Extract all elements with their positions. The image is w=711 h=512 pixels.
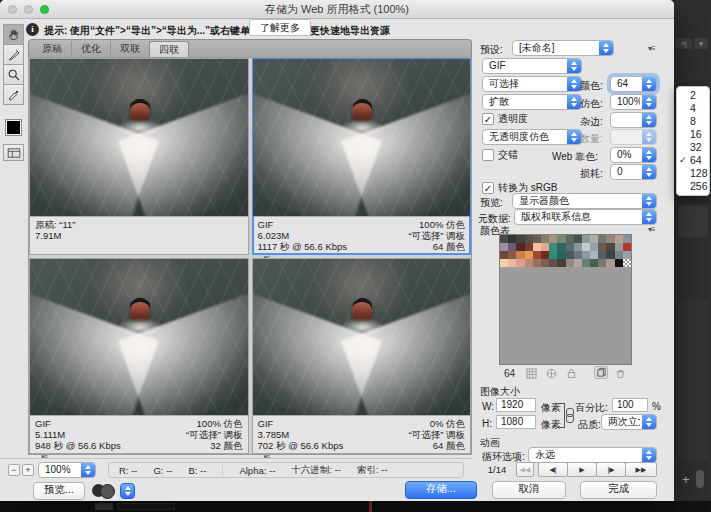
colors-option-16[interactable]: 16 <box>677 128 709 141</box>
color-swatch[interactable] <box>582 251 590 259</box>
color-swatch[interactable] <box>574 243 582 251</box>
color-swatch[interactable] <box>598 259 606 267</box>
save-button[interactable]: 存储... <box>405 481 477 499</box>
color-swatch[interactable] <box>623 251 631 259</box>
colors-option-32[interactable]: 32 <box>677 141 709 154</box>
preview-in-browser-button[interactable]: 预览... <box>33 482 85 500</box>
snap-swatch-icon[interactable] <box>524 367 538 380</box>
colors-option-64[interactable]: ✓64 <box>677 154 709 167</box>
preset-select[interactable]: [未命名] <box>512 40 614 56</box>
previous-frame-button[interactable]: ◀| <box>538 462 568 477</box>
color-swatch[interactable] <box>574 235 582 243</box>
scroll-handle[interactable] <box>696 470 704 488</box>
new-color-icon[interactable] <box>594 366 608 379</box>
eyedropper-tool-button[interactable] <box>3 84 24 105</box>
color-swatch[interactable] <box>566 235 574 243</box>
color-swatch[interactable] <box>590 235 598 243</box>
color-swatch[interactable] <box>533 251 541 259</box>
color-swatch[interactable] <box>508 243 516 251</box>
color-swatch[interactable] <box>525 251 533 259</box>
color-swatch[interactable] <box>549 251 557 259</box>
colors-select[interactable]: 64 <box>610 76 657 92</box>
play-button[interactable]: ▶ <box>567 462 597 477</box>
preview-original-pane[interactable]: 原稿: “11” 7.91M <box>29 58 249 255</box>
color-swatch[interactable] <box>557 251 565 259</box>
color-swatch[interactable] <box>557 259 565 267</box>
color-swatch[interactable] <box>590 251 598 259</box>
matte-select[interactable] <box>610 112 657 128</box>
color-swatch[interactable] <box>508 251 516 259</box>
color-swatch[interactable] <box>500 235 508 243</box>
color-swatch[interactable] <box>615 251 623 259</box>
zoom-window-button[interactable] <box>40 5 49 14</box>
color-reduction-select[interactable]: 可选择 <box>482 76 582 92</box>
preview-optimized-pane-2[interactable]: GIF 5.111M 948 秒 @ 56.6 Kbps▾≡ 100% 仿色 “… <box>29 258 249 455</box>
color-swatch[interactable] <box>574 259 582 267</box>
color-swatch[interactable] <box>598 251 606 259</box>
link-dimensions-icon[interactable] <box>566 408 573 422</box>
color-swatch[interactable] <box>606 259 614 267</box>
zoom-tool-button[interactable] <box>3 64 24 85</box>
colors-option-4[interactable]: 4 <box>677 102 709 115</box>
color-swatch[interactable] <box>549 259 557 267</box>
tab-2up[interactable]: 双联 <box>111 41 150 57</box>
color-swatch[interactable] <box>566 243 574 251</box>
color-swatch[interactable] <box>525 235 533 243</box>
color-swatch[interactable] <box>541 243 549 251</box>
format-select[interactable]: GIF <box>482 58 582 74</box>
websafe-cube-icon[interactable] <box>544 367 558 380</box>
tab-4up[interactable]: 四联 <box>149 41 189 57</box>
color-swatch[interactable] <box>508 235 516 243</box>
colors-option-2[interactable]: 2 <box>677 89 709 102</box>
color-swatch[interactable] <box>582 243 590 251</box>
color-swatch[interactable] <box>590 259 598 267</box>
color-swatch[interactable] <box>590 243 598 251</box>
color-swatch[interactable] <box>549 243 557 251</box>
color-swatch[interactable] <box>533 243 541 251</box>
preset-menu-icon[interactable]: ▾≡ <box>648 44 655 53</box>
width-input[interactable]: 1920 <box>496 398 536 412</box>
web-snap-select[interactable]: 0% <box>610 147 657 163</box>
collapsed-panel[interactable] <box>678 205 708 237</box>
quality-select[interactable]: 两次立方 <box>601 414 657 430</box>
color-swatch[interactable] <box>615 243 623 251</box>
next-frame-button[interactable]: |▶ <box>596 462 626 477</box>
delete-color-icon[interactable] <box>613 367 627 380</box>
transparency-dither-select[interactable]: 无透明度仿色 <box>482 129 582 145</box>
preview-select[interactable]: 显示器颜色 <box>512 193 657 209</box>
color-swatch[interactable] <box>623 243 631 251</box>
panel-menu-tab-icon[interactable]: ▾ <box>694 38 708 49</box>
color-swatch[interactable] <box>615 235 623 243</box>
color-swatch[interactable] <box>623 259 631 267</box>
zoom-out-button[interactable]: − <box>8 464 20 476</box>
preview-optimized-pane-1[interactable]: GIF 6.023M 1117 秒 @ 56.6 Kbps▾≡ 100% 仿色 … <box>252 58 472 255</box>
dither-select[interactable]: 100% <box>610 94 657 110</box>
percent-input[interactable]: 100 <box>612 398 648 412</box>
color-swatch[interactable] <box>500 251 508 259</box>
foreground-color-swatch[interactable] <box>5 119 22 136</box>
first-frame-button[interactable]: ◀◀ <box>516 462 534 477</box>
color-swatch[interactable] <box>541 259 549 267</box>
height-input[interactable]: 1080 <box>496 415 536 429</box>
plus-icon[interactable]: + <box>682 472 690 487</box>
color-swatch[interactable] <box>615 259 623 267</box>
color-swatch[interactable] <box>574 251 582 259</box>
color-swatch[interactable] <box>557 235 565 243</box>
done-button[interactable]: 完成 <box>580 481 657 499</box>
tab-optimized[interactable]: 优化 <box>72 41 111 57</box>
colors-option-8[interactable]: 8 <box>677 115 709 128</box>
zoom-in-button[interactable]: + <box>22 464 34 476</box>
browser-select-stepper[interactable] <box>120 483 135 499</box>
color-swatch[interactable] <box>582 259 590 267</box>
color-table-menu-icon[interactable]: ▾≡ <box>648 225 655 234</box>
color-swatch[interactable] <box>516 235 524 243</box>
color-swatch[interactable] <box>500 243 508 251</box>
color-swatch[interactable] <box>508 259 516 267</box>
slice-select-tool-button[interactable] <box>3 44 24 65</box>
preview-optimized-pane-3[interactable]: GIF 3.785M 702 秒 @ 56.6 Kbps▾≡ 0% 仿色 “可选… <box>252 258 472 455</box>
hand-tool-button[interactable] <box>3 24 24 45</box>
color-swatch[interactable] <box>525 259 533 267</box>
color-swatch[interactable] <box>516 251 524 259</box>
color-swatch[interactable] <box>566 259 574 267</box>
metadata-select[interactable]: 版权和联系信息 <box>514 209 657 225</box>
